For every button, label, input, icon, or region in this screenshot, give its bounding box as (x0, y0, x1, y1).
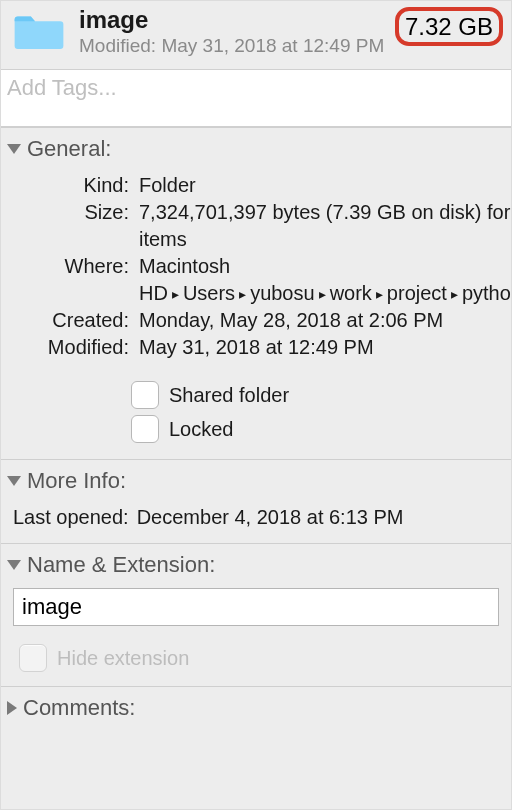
size-label: Size: (11, 199, 129, 253)
kind-value: Folder (139, 172, 512, 199)
last-opened-label: Last opened: (13, 506, 129, 529)
disclosure-triangle-icon (7, 701, 17, 715)
section-name-ext: Name & Extension: Hide extension (1, 543, 511, 672)
created-value: Monday, May 28, 2018 at 2:06 PM (139, 307, 512, 334)
section-more-info: More Info: Last opened: December 4, 2018… (1, 459, 511, 543)
get-info-panel: image Modified: May 31, 2018 at 12:49 PM… (0, 0, 512, 810)
where-label: Where: (11, 253, 129, 307)
locked-row[interactable]: Locked (131, 415, 511, 443)
locked-label: Locked (169, 418, 234, 441)
section-header-more-info[interactable]: More Info: (1, 460, 511, 500)
name-input-wrap (1, 584, 511, 638)
where-segment: pythonproject (462, 282, 512, 304)
where-segment: project (387, 282, 447, 304)
modified-value: May 31, 2018 at 12:49 PM (139, 334, 512, 361)
header-text: image Modified: May 31, 2018 at 12:49 PM (79, 7, 389, 57)
where-segment: yubosu (250, 282, 315, 304)
section-comments: Comments: (1, 686, 511, 727)
modified-value: May 31, 2018 at 12:49 PM (161, 35, 384, 56)
path-separator-icon: ▸ (372, 286, 387, 302)
section-header-general[interactable]: General: (1, 128, 511, 168)
name-input[interactable] (13, 588, 499, 626)
checkbox-icon[interactable] (131, 415, 159, 443)
size-value: 7,324,701,397 bytes (7.39 GB on disk) fo… (139, 199, 512, 253)
file-title: image (79, 7, 389, 33)
file-modified-line: Modified: May 31, 2018 at 12:49 PM (79, 35, 389, 57)
kind-label: Kind: (11, 172, 129, 199)
path-separator-icon: ▸ (168, 286, 183, 302)
created-label: Created: (11, 307, 129, 334)
section-header-name-ext[interactable]: Name & Extension: (1, 544, 511, 584)
section-title: Name & Extension: (27, 552, 215, 578)
section-header-comments[interactable]: Comments: (1, 687, 511, 727)
last-opened-row: Last opened: December 4, 2018 at 6:13 PM (1, 500, 511, 543)
where-segment: work (330, 282, 372, 304)
checkbox-icon (19, 644, 47, 672)
checkbox-icon[interactable] (131, 381, 159, 409)
disclosure-triangle-icon (7, 144, 21, 154)
where-value: Macintosh HD▸Users▸yubosu▸work▸project▸p… (139, 253, 512, 307)
last-opened-value: December 4, 2018 at 6:13 PM (137, 506, 404, 529)
tags-input[interactable] (5, 74, 507, 102)
path-separator-icon: ▸ (235, 286, 250, 302)
section-general: General: Kind: Folder Size: 7,324,701,39… (1, 127, 511, 443)
section-title: More Info: (27, 468, 126, 494)
hide-extension-row: Hide extension (19, 644, 511, 672)
hide-extension-label: Hide extension (57, 647, 189, 670)
path-separator-icon: ▸ (447, 286, 462, 302)
path-separator-icon: ▸ (315, 286, 330, 302)
size-badge: 7.32 GB (395, 7, 503, 46)
tags-field-wrap (1, 69, 511, 127)
section-title: Comments: (23, 695, 135, 721)
general-grid: Kind: Folder Size: 7,324,701,397 bytes (… (1, 168, 511, 375)
shared-folder-row[interactable]: Shared folder (131, 381, 511, 409)
disclosure-triangle-icon (7, 476, 21, 486)
shared-folder-label: Shared folder (169, 384, 289, 407)
disclosure-triangle-icon (7, 560, 21, 570)
modified-label: Modified: (79, 35, 156, 56)
section-title: General: (27, 136, 111, 162)
folder-icon (9, 7, 69, 55)
modified-label: Modified: (11, 334, 129, 361)
where-segment: Users (183, 282, 235, 304)
header: image Modified: May 31, 2018 at 12:49 PM… (1, 1, 511, 69)
